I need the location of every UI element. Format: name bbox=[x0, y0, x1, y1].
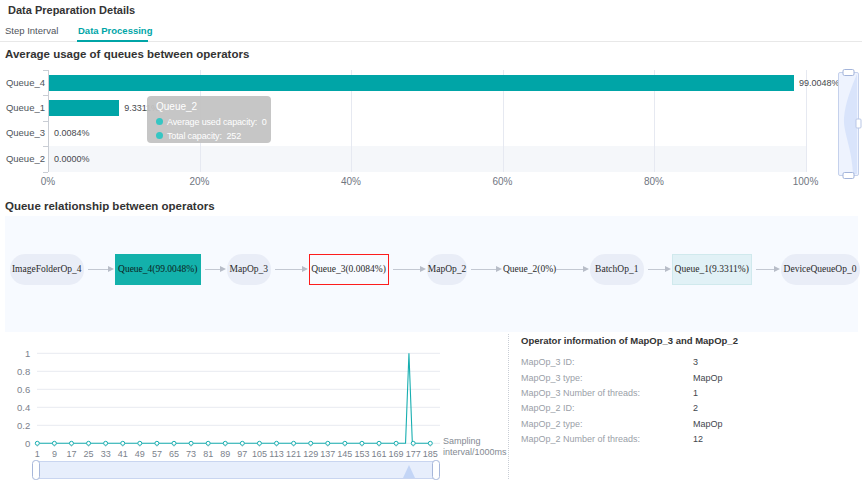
data-point-marker[interactable] bbox=[223, 441, 227, 445]
slider-handle-bottom[interactable] bbox=[843, 173, 854, 179]
series-dot-icon bbox=[156, 132, 163, 139]
data-point-marker[interactable] bbox=[155, 441, 159, 445]
data-point-marker[interactable] bbox=[138, 441, 142, 445]
data-point-marker[interactable] bbox=[309, 441, 313, 445]
data-point-marker[interactable] bbox=[52, 441, 56, 445]
info-label: MapOp_2 Number of threads: bbox=[521, 434, 693, 444]
graph-node-Queue_3-0-0084-[interactable]: Queue_3(0.0084%) bbox=[309, 254, 389, 285]
tooltip-row: Average used capacity: 0 bbox=[156, 115, 271, 128]
x-tick-label: 49 bbox=[135, 449, 145, 459]
info-value: 12 bbox=[693, 434, 703, 444]
tab-step-interval[interactable]: Step Interval bbox=[5, 25, 58, 36]
x-tick-label: 145 bbox=[337, 449, 352, 459]
x-tick-label: 25 bbox=[84, 449, 94, 459]
x-tick-label: 57 bbox=[152, 449, 162, 459]
data-point-marker[interactable] bbox=[104, 441, 108, 445]
x-axis-name: Sampling interval/1000ms bbox=[443, 436, 509, 457]
data-point-marker[interactable] bbox=[377, 441, 381, 445]
graph-node-DeviceQueueOp_0[interactable]: DeviceQueueOp_0 bbox=[781, 254, 860, 285]
x-tick-label: 81 bbox=[203, 449, 213, 459]
x-tick-label: 129 bbox=[303, 449, 318, 459]
queue-usage-bar-chart[interactable]: 0%20%40%60%80%100%Queue_499.0048%Queue_1… bbox=[0, 60, 862, 190]
info-row: MapOp_2 ID:2 bbox=[521, 401, 851, 416]
info-label: MapOp_2 ID: bbox=[521, 403, 693, 413]
x-tick-label: 40% bbox=[331, 176, 371, 187]
operator-info-list: MapOp_3 ID:3MapOp_3 type:MapOpMapOp_3 Nu… bbox=[521, 355, 851, 447]
graph-node-MapOp_3[interactable]: MapOp_3 bbox=[227, 254, 272, 285]
info-label: MapOp_2 type: bbox=[521, 419, 693, 429]
x-tick-label: 105 bbox=[252, 449, 267, 459]
x-tick-label: 185 bbox=[423, 449, 438, 459]
data-point-marker[interactable] bbox=[35, 441, 39, 445]
graph-node-BatchOp_1[interactable]: BatchOp_1 bbox=[590, 254, 644, 285]
data-point-marker[interactable] bbox=[87, 441, 91, 445]
x-tick-label: 73 bbox=[186, 449, 196, 459]
info-row: MapOp_3 Number of threads:1 bbox=[521, 385, 851, 400]
data-point-marker[interactable] bbox=[411, 441, 415, 445]
x-tick-label: 0% bbox=[28, 176, 68, 187]
info-panel-divider bbox=[508, 334, 509, 479]
x-tick-label: 17 bbox=[66, 449, 76, 459]
info-label: MapOp_3 type: bbox=[521, 373, 693, 383]
data-point-marker[interactable] bbox=[240, 441, 244, 445]
graph-node-MapOp_2[interactable]: MapOp_2 bbox=[427, 254, 467, 285]
graph-node-Queue_1-9-3311-[interactable]: Queue_1(9.3311%) bbox=[672, 254, 753, 285]
x-tick-label: 33 bbox=[101, 449, 111, 459]
queue-relationship-graph[interactable]: ImageFolderOp_4Queue_4(99.0048%)MapOp_3Q… bbox=[5, 216, 858, 332]
data-point-marker[interactable] bbox=[292, 441, 296, 445]
x-tick-label: 100% bbox=[786, 176, 826, 187]
info-row: MapOp_3 type:MapOp bbox=[521, 370, 851, 385]
info-row: MapOp_2 type:MapOp bbox=[521, 416, 851, 431]
trend-line bbox=[37, 353, 430, 443]
graph-edge-arrow bbox=[756, 269, 775, 270]
x-tick-label: 41 bbox=[118, 449, 128, 459]
y-axis-tick bbox=[43, 70, 48, 71]
graph-node-ImageFolderOp_4[interactable]: ImageFolderOp_4 bbox=[10, 254, 84, 285]
line-chart-zoom-slider[interactable] bbox=[32, 459, 446, 482]
x-tick-label: 169 bbox=[389, 449, 404, 459]
data-point-marker[interactable] bbox=[206, 441, 210, 445]
slider-handle-right[interactable] bbox=[433, 461, 440, 480]
x-tick-label: 80% bbox=[634, 176, 674, 187]
data-point-marker[interactable] bbox=[394, 441, 398, 445]
graph-node-Queue_2-0-[interactable]: Queue_2(0%) bbox=[503, 254, 552, 285]
data-point-marker[interactable] bbox=[326, 441, 330, 445]
bar-Queue_4[interactable] bbox=[49, 75, 794, 91]
graph-node-Queue_4-99-0048-[interactable]: Queue_4(99.0048%) bbox=[115, 254, 201, 285]
queue-trend-line-chart[interactable]: 00.20.40.60.8119172533414957657381899710… bbox=[0, 340, 450, 465]
y-tick-label: 0.4 bbox=[17, 402, 30, 413]
bar-value-label: 99.0048% bbox=[799, 77, 840, 89]
bar-category-label: Queue_2 bbox=[3, 153, 45, 165]
bar-category-label: Queue_1 bbox=[3, 102, 45, 114]
data-point-marker[interactable] bbox=[189, 441, 193, 445]
data-point-marker[interactable] bbox=[360, 441, 364, 445]
y-axis-tick bbox=[43, 146, 48, 147]
data-point-marker[interactable] bbox=[69, 441, 73, 445]
info-row: MapOp_3 ID:3 bbox=[521, 355, 851, 370]
info-value: 3 bbox=[693, 357, 698, 367]
x-tick-label: 113 bbox=[269, 449, 283, 459]
data-point-marker[interactable] bbox=[343, 441, 347, 445]
y-axis-tick bbox=[43, 95, 48, 96]
queue-usage-section-title: Average usage of queues between operator… bbox=[5, 48, 249, 60]
x-tick-label: 121 bbox=[286, 449, 301, 459]
data-point-marker[interactable] bbox=[257, 441, 261, 445]
graph-edge-arrow bbox=[205, 269, 221, 270]
split-area-stripe bbox=[48, 146, 806, 171]
y-tick-label: 0 bbox=[25, 438, 30, 449]
info-value: MapOp bbox=[693, 419, 723, 429]
tab-data-processing[interactable]: Data Processing bbox=[78, 25, 152, 36]
slider-handle-left[interactable] bbox=[33, 461, 40, 480]
y-tick-label: 0.6 bbox=[17, 384, 30, 395]
bar-Queue_1[interactable] bbox=[49, 100, 119, 116]
data-point-marker[interactable] bbox=[428, 441, 432, 445]
y-axis-tick bbox=[43, 172, 48, 173]
graph-edge-arrow bbox=[88, 269, 110, 270]
x-tick-label: 137 bbox=[320, 449, 335, 459]
bar-category-label: Queue_3 bbox=[3, 127, 45, 139]
bar-chart-zoom-slider[interactable] bbox=[836, 68, 862, 180]
slider-handle-top[interactable] bbox=[843, 70, 854, 76]
data-point-marker[interactable] bbox=[172, 441, 176, 445]
data-point-marker[interactable] bbox=[275, 441, 279, 445]
data-point-marker[interactable] bbox=[121, 441, 125, 445]
